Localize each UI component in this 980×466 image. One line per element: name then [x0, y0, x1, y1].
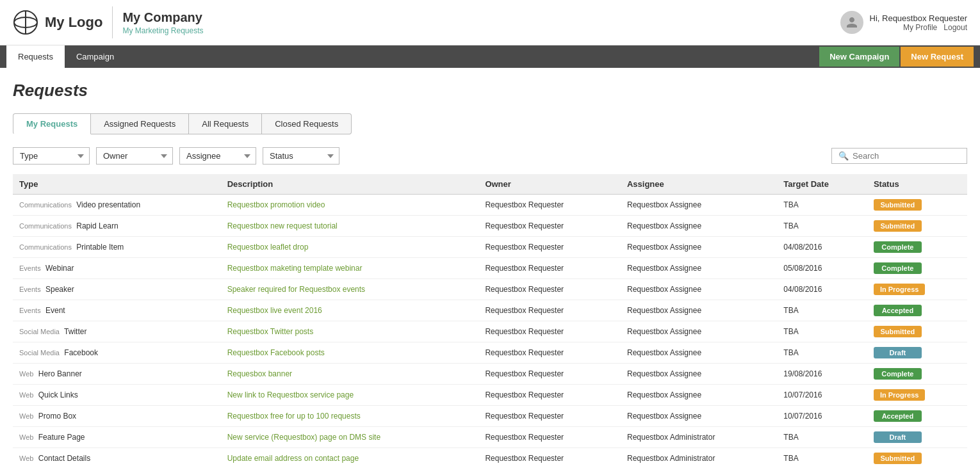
type-category-10: Web — [19, 412, 33, 420]
table-row[interactable]: Social Media Twitter Requestbox Twitter … — [13, 321, 967, 342]
table-row[interactable]: Communications Video presentation Reques… — [13, 195, 967, 216]
cell-status-5: Accepted — [867, 300, 967, 321]
col-target-date: Target Date — [777, 174, 867, 195]
cell-status-7: Draft — [867, 342, 967, 364]
type-name-10: Promo Box — [38, 412, 76, 421]
desc-link-5[interactable]: Requestbox live event 2016 — [227, 306, 322, 315]
desc-link-2[interactable]: Requestbox leaflet drop — [227, 243, 309, 252]
search-box: 🔍 — [831, 148, 967, 164]
type-filter[interactable]: Type — [13, 147, 90, 165]
type-category-1: Communications — [19, 222, 72, 230]
cell-owner-7: Requestbox Requester — [478, 342, 621, 364]
cell-desc-4[interactable]: Speaker required for Requestbox events — [221, 279, 479, 300]
nav-tab-campaign[interactable]: Campaign — [65, 45, 126, 68]
nav-tab-requests[interactable]: Requests — [6, 45, 65, 68]
new-request-button[interactable]: New Request — [901, 47, 974, 67]
col-assignee: Assignee — [621, 174, 777, 195]
table-row[interactable]: Events Speaker Speaker required for Requ… — [13, 279, 967, 300]
logo-area: My Logo — [13, 10, 102, 35]
cell-assignee-6: Requestbox Assignee — [621, 321, 777, 342]
type-category-0: Communications — [19, 201, 72, 209]
col-status: Status — [867, 174, 967, 195]
user-avatar — [840, 11, 863, 34]
cell-desc-0[interactable]: Requestbox promotion video — [221, 195, 479, 216]
new-campaign-button[interactable]: New Campaign — [819, 47, 899, 67]
desc-link-9[interactable]: New link to Requestbox service page — [227, 390, 354, 399]
cell-status-1: Submitted — [867, 216, 967, 237]
desc-link-0[interactable]: Requestbox promotion video — [227, 200, 325, 209]
desc-link-3[interactable]: Requestbox maketing template webinar — [227, 264, 363, 273]
cell-assignee-8: Requestbox Assignee — [621, 364, 777, 385]
company-info: My Company My Marketing Requests — [122, 10, 203, 35]
cell-desc-12[interactable]: Update email address on contact page — [221, 448, 479, 467]
status-badge-8: Complete — [874, 368, 922, 380]
table-row[interactable]: Web Promo Box Requestbox free for up to … — [13, 406, 967, 427]
cell-target-date-5: TBA — [777, 300, 867, 321]
cell-assignee-1: Requestbox Assignee — [621, 216, 777, 237]
cell-target-date-7: TBA — [777, 342, 867, 364]
my-profile-link[interactable]: My Profile — [903, 23, 937, 32]
status-badge-10: Accepted — [874, 410, 922, 422]
type-category-12: Web — [19, 454, 33, 462]
cell-desc-5[interactable]: Requestbox live event 2016 — [221, 300, 479, 321]
status-badge-1: Submitted — [874, 220, 922, 232]
tab-assigned-requests[interactable]: Assigned Requests — [91, 113, 189, 134]
search-input[interactable] — [853, 151, 960, 161]
status-badge-7: Draft — [874, 347, 922, 358]
type-name-1: Rapid Learn — [76, 221, 118, 230]
search-icon: 🔍 — [838, 151, 849, 161]
desc-link-8[interactable]: Requesbox banner — [227, 369, 292, 378]
cell-desc-1[interactable]: Requestbox new request tutorial — [221, 216, 479, 237]
table-row[interactable]: Communications Rapid Learn Requestbox ne… — [13, 216, 967, 237]
table-row[interactable]: Web Contact Details Update email address… — [13, 448, 967, 467]
table-row[interactable]: Events Webinar Requestbox maketing templ… — [13, 258, 967, 279]
status-badge-11: Draft — [874, 431, 922, 443]
cell-desc-3[interactable]: Requestbox maketing template webinar — [221, 258, 479, 279]
cell-type-7: Social Media Facebook — [13, 342, 221, 364]
type-name-11: Feature Page — [38, 433, 85, 442]
cell-type-0: Communications Video presentation — [13, 195, 221, 216]
status-badge-4: In Progress — [874, 284, 926, 295]
desc-link-6[interactable]: Requestbox Twitter posts — [227, 327, 314, 336]
cell-desc-6[interactable]: Requestbox Twitter posts — [221, 321, 479, 342]
desc-link-11[interactable]: New service (Requestbox) page on DMS sit… — [227, 433, 380, 442]
cell-owner-9: Requestbox Requester — [478, 385, 621, 406]
cell-desc-2[interactable]: Requestbox leaflet drop — [221, 237, 479, 258]
table-row[interactable]: Web Quick Links New link to Requestbox s… — [13, 385, 967, 406]
tab-closed-requests[interactable]: Closed Requests — [262, 113, 352, 134]
owner-filter[interactable]: Owner — [96, 147, 173, 165]
assignee-filter[interactable]: Assignee — [179, 147, 256, 165]
desc-link-10[interactable]: Requestbox free for up to 100 requests — [227, 412, 361, 421]
desc-link-1[interactable]: Requestbox new request tutorial — [227, 221, 338, 230]
cell-desc-8[interactable]: Requesbox banner — [221, 364, 479, 385]
tab-my-requests[interactable]: My Requests — [13, 113, 91, 134]
cell-status-10: Accepted — [867, 406, 967, 427]
cell-target-date-6: TBA — [777, 321, 867, 342]
status-badge-12: Submitted — [874, 453, 922, 464]
type-name-2: Printable Item — [76, 243, 124, 252]
cell-desc-9[interactable]: New link to Requestbox service page — [221, 385, 479, 406]
cell-assignee-5: Requestbox Assignee — [621, 300, 777, 321]
cell-desc-11[interactable]: New service (Requestbox) page on DMS sit… — [221, 427, 479, 448]
status-badge-9: In Progress — [874, 389, 926, 401]
tab-all-requests[interactable]: All Requests — [189, 113, 262, 134]
cell-desc-10[interactable]: Requestbox free for up to 100 requests — [221, 406, 479, 427]
desc-link-7[interactable]: Requestbox Facebook posts — [227, 348, 325, 357]
status-filter[interactable]: Status — [263, 147, 339, 165]
desc-link-4[interactable]: Speaker required for Requestbox events — [227, 285, 365, 294]
table-row[interactable]: Events Event Requestbox live event 2016 … — [13, 300, 967, 321]
cell-desc-7[interactable]: Requestbox Facebook posts — [221, 342, 479, 364]
cell-assignee-4: Requestbox Assignee — [621, 279, 777, 300]
table-row[interactable]: Communications Printable Item Requestbox… — [13, 237, 967, 258]
company-name: My Company — [122, 10, 203, 25]
desc-link-12[interactable]: Update email address on contact page — [227, 454, 359, 463]
logout-link[interactable]: Logout — [943, 23, 967, 32]
table-row[interactable]: Web Hero Banner Requesbox banner Request… — [13, 364, 967, 385]
table-row[interactable]: Social Media Facebook Requestbox Faceboo… — [13, 342, 967, 364]
cell-assignee-12: Requestbox Administrator — [621, 448, 777, 467]
user-icon — [845, 16, 858, 29]
cell-owner-1: Requestbox Requester — [478, 216, 621, 237]
col-type: Type — [13, 174, 221, 195]
table-row[interactable]: Web Feature Page New service (Requestbox… — [13, 427, 967, 448]
cell-type-4: Events Speaker — [13, 279, 221, 300]
